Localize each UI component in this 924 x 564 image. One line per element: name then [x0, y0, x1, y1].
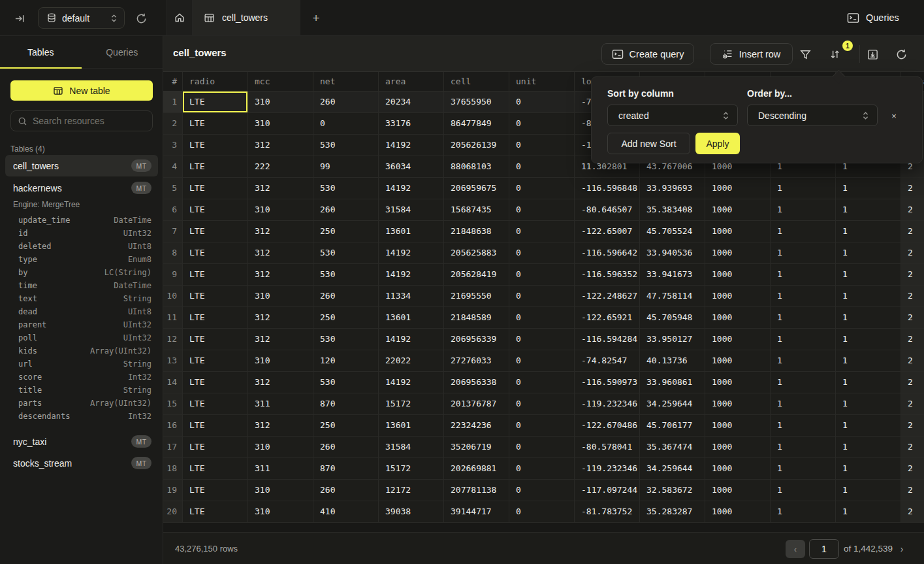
- cell-area[interactable]: 13601: [379, 307, 444, 329]
- tab-cell-towers[interactable]: cell_towers: [193, 0, 300, 35]
- cell-created[interactable]: 2: [901, 350, 924, 372]
- next-page-button[interactable]: ›: [893, 540, 910, 558]
- sidebar-item-cell-towers[interactable]: cell_towers MT: [5, 155, 158, 176]
- cell-created[interactable]: 2: [901, 437, 924, 458]
- cell-area[interactable]: 14192: [379, 372, 444, 393]
- cell-changeable[interactable]: 1: [836, 199, 901, 221]
- cell-lon[interactable]: -117.097244: [575, 480, 640, 501]
- refresh-table-button[interactable]: [893, 46, 909, 62]
- sort-button[interactable]: [827, 46, 842, 62]
- cell-net[interactable]: 870: [313, 393, 379, 415]
- cell-lon[interactable]: -74.82547: [575, 350, 640, 372]
- cell-area[interactable]: 13601: [379, 221, 444, 242]
- cell-lon[interactable]: -80.646507: [575, 199, 640, 221]
- cell-unit[interactable]: 0: [509, 393, 575, 415]
- cell-radio-selected[interactable]: LTE: [183, 91, 248, 113]
- cell-changeable[interactable]: 1: [836, 437, 901, 458]
- cell-mcc[interactable]: 312: [248, 178, 313, 199]
- cell-lat[interactable]: 33.939693: [640, 178, 705, 199]
- search-input[interactable]: [33, 116, 144, 126]
- queries-panel-button[interactable]: Queries: [847, 8, 899, 27]
- cell-lat[interactable]: 33.941673: [640, 264, 705, 286]
- cell-changeable[interactable]: 1: [836, 242, 901, 264]
- cell-lat[interactable]: 35.283287: [640, 501, 705, 523]
- cell-created[interactable]: 2: [901, 286, 924, 307]
- cell-lat[interactable]: 35.383408: [640, 199, 705, 221]
- column-header-area[interactable]: area: [379, 72, 444, 91]
- cell-samples[interactable]: 1: [771, 437, 836, 458]
- column-header-mcc[interactable]: mcc: [248, 72, 313, 91]
- cell-unit[interactable]: 0: [509, 501, 575, 523]
- cell-range[interactable]: 1000: [705, 393, 771, 415]
- cell-unit[interactable]: 0: [509, 221, 575, 242]
- cell-changeable[interactable]: 1: [836, 286, 901, 307]
- cell-created[interactable]: 2: [901, 458, 924, 480]
- cell-range[interactable]: 1000: [705, 480, 771, 501]
- cell-net[interactable]: 260: [313, 91, 379, 113]
- cell-created[interactable]: 2: [901, 178, 924, 199]
- cell-created[interactable]: 2: [901, 221, 924, 242]
- cell-lon[interactable]: -81.783752: [575, 501, 640, 523]
- cell-cell[interactable]: 37655950: [444, 91, 509, 113]
- cell-range[interactable]: 1000: [705, 458, 771, 480]
- cell-radio[interactable]: LTE: [183, 156, 248, 178]
- cell-net[interactable]: 260: [313, 199, 379, 221]
- cell-unit[interactable]: 0: [509, 91, 575, 113]
- sidebar-item-nyc-taxi[interactable]: nyc_taxi MT: [5, 431, 158, 452]
- cell-lat[interactable]: 34.259644: [640, 458, 705, 480]
- cell-created[interactable]: 2: [901, 199, 924, 221]
- cell-radio[interactable]: LTE: [183, 480, 248, 501]
- cell-mcc[interactable]: 310: [248, 437, 313, 458]
- cell-changeable[interactable]: 1: [836, 350, 901, 372]
- cell-net[interactable]: 530: [313, 372, 379, 393]
- cell-mcc[interactable]: 310: [248, 480, 313, 501]
- cell-unit[interactable]: 0: [509, 329, 575, 350]
- cell-samples[interactable]: 1: [771, 372, 836, 393]
- apply-sort-button[interactable]: Apply: [695, 133, 740, 154]
- cell-lat[interactable]: 33.960861: [640, 372, 705, 393]
- cell-unit[interactable]: 0: [509, 415, 575, 437]
- cell-cell[interactable]: 35206719: [444, 437, 509, 458]
- cell-changeable[interactable]: 1: [836, 221, 901, 242]
- cell-net[interactable]: 250: [313, 307, 379, 329]
- cell-net[interactable]: 530: [313, 178, 379, 199]
- cell-mcc[interactable]: 310: [248, 286, 313, 307]
- database-selector[interactable]: default: [38, 7, 125, 29]
- cell-radio[interactable]: LTE: [183, 307, 248, 329]
- cell-unit[interactable]: 0: [509, 350, 575, 372]
- cell-radio[interactable]: LTE: [183, 350, 248, 372]
- cell-area[interactable]: 33176: [379, 113, 444, 135]
- cell-lon[interactable]: -116.590973: [575, 372, 640, 393]
- cell-changeable[interactable]: 1: [836, 415, 901, 437]
- remove-sort-button[interactable]: ×: [887, 108, 901, 123]
- add-new-sort-button[interactable]: Add new Sort: [607, 133, 690, 154]
- cell-samples[interactable]: 1: [771, 286, 836, 307]
- cell-changeable[interactable]: 1: [836, 178, 901, 199]
- cell-lon[interactable]: -122.670486: [575, 415, 640, 437]
- cell-range[interactable]: 1000: [705, 329, 771, 350]
- cell-cell[interactable]: 22324236: [444, 415, 509, 437]
- cell-radio[interactable]: LTE: [183, 199, 248, 221]
- cell-created[interactable]: 2: [901, 329, 924, 350]
- cell-radio[interactable]: LTE: [183, 178, 248, 199]
- cell-area[interactable]: 14192: [379, 135, 444, 156]
- cell-changeable[interactable]: 1: [836, 264, 901, 286]
- cell-range[interactable]: 1000: [705, 437, 771, 458]
- page-number-input[interactable]: [809, 539, 839, 559]
- add-tab-button[interactable]: +: [308, 10, 325, 27]
- cell-lon[interactable]: -122.248627: [575, 286, 640, 307]
- cell-unit[interactable]: 0: [509, 307, 575, 329]
- cell-net[interactable]: 120: [313, 350, 379, 372]
- cell-area[interactable]: 15172: [379, 393, 444, 415]
- cell-unit[interactable]: 0: [509, 135, 575, 156]
- cell-unit[interactable]: 0: [509, 113, 575, 135]
- cell-area[interactable]: 13601: [379, 415, 444, 437]
- cell-lat[interactable]: 34.259644: [640, 393, 705, 415]
- sidebar-item-stocks-stream[interactable]: stocks_stream MT: [5, 452, 158, 474]
- cell-mcc[interactable]: 222: [248, 156, 313, 178]
- cell-mcc[interactable]: 312: [248, 264, 313, 286]
- home-tab-button[interactable]: [167, 0, 193, 35]
- cell-range[interactable]: 1000: [705, 199, 771, 221]
- cell-lat[interactable]: 45.705524: [640, 221, 705, 242]
- cell-lon[interactable]: -116.596642: [575, 242, 640, 264]
